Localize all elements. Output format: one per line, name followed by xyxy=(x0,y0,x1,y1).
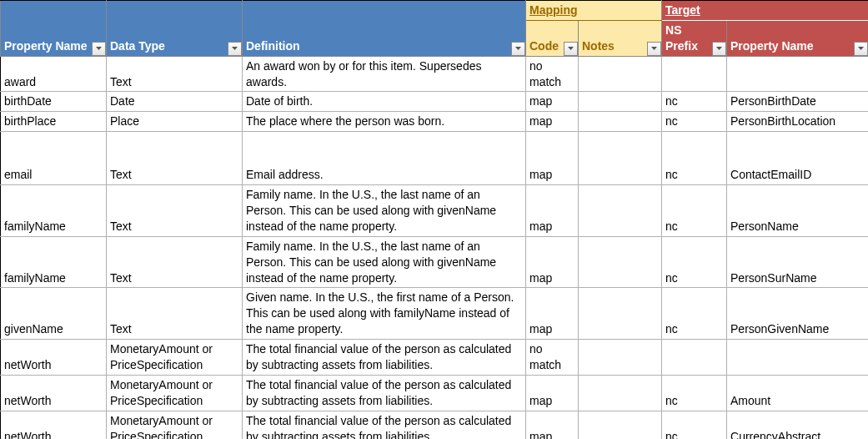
cell-code[interactable]: map xyxy=(526,132,579,185)
cell-notes[interactable] xyxy=(579,236,662,288)
cell-definition[interactable]: The total financial value of the person … xyxy=(243,411,526,439)
cell-notes[interactable] xyxy=(579,411,662,439)
super-header-mapping: Mapping xyxy=(526,1,662,21)
cell-definition[interactable]: Given name. In the U.S., the first name … xyxy=(243,288,526,340)
svg-marker-5 xyxy=(716,47,722,50)
cell-notes[interactable] xyxy=(579,288,662,340)
col-header-data-type[interactable]: Data Type xyxy=(107,20,243,56)
cell-property-name[interactable]: netWorth xyxy=(1,340,107,376)
cell-data-type[interactable]: MonetaryAmount or PriceSpecification xyxy=(107,411,243,439)
cell-code[interactable]: no match xyxy=(526,56,579,92)
cell-ns-prefix[interactable]: nc xyxy=(662,375,727,411)
col-header-ns-prefix[interactable]: NS Prefix xyxy=(662,20,727,56)
cell-data-type[interactable]: Place xyxy=(107,112,243,132)
cell-definition[interactable]: The total financial value of the person … xyxy=(243,340,526,376)
cell-data-type[interactable]: Date xyxy=(107,92,243,112)
filter-icon[interactable] xyxy=(854,42,868,56)
filter-icon[interactable] xyxy=(564,42,578,56)
cell-data-type[interactable]: Text xyxy=(107,236,243,288)
cell-code[interactable]: map xyxy=(526,375,579,411)
cell-target-property-name[interactable]: PersonSurName xyxy=(727,236,868,288)
cell-code[interactable]: no match xyxy=(526,340,579,376)
cell-definition[interactable]: Date of birth. xyxy=(243,92,526,112)
cell-data-type[interactable]: MonetaryAmount or PriceSpecification xyxy=(107,375,243,411)
cell-definition[interactable]: The total financial value of the person … xyxy=(243,375,526,411)
cell-ns-prefix[interactable]: nc xyxy=(662,132,727,185)
cell-data-type[interactable]: Text xyxy=(107,56,243,92)
filter-icon[interactable] xyxy=(228,42,242,56)
cell-target-property-name[interactable] xyxy=(727,56,868,92)
cell-ns-prefix[interactable]: nc xyxy=(662,185,727,237)
cell-ns-prefix[interactable]: nc xyxy=(662,411,727,439)
cell-notes[interactable] xyxy=(579,92,662,112)
super-header-target: Target xyxy=(662,1,868,21)
cell-definition[interactable]: The place where the person was born. xyxy=(243,112,526,132)
svg-marker-1 xyxy=(232,47,238,50)
cell-target-property-name[interactable]: PersonGivenName xyxy=(727,288,868,340)
cell-code[interactable]: map xyxy=(526,112,579,132)
cell-notes[interactable] xyxy=(579,375,662,411)
cell-code[interactable]: map xyxy=(526,185,579,237)
cell-code[interactable]: map xyxy=(526,236,579,288)
cell-target-property-name[interactable]: PersonBirthDate xyxy=(727,92,868,112)
table-row: familyNameTextFamily name. In the U.S., … xyxy=(1,236,869,288)
cell-data-type[interactable]: MonetaryAmount or PriceSpecification xyxy=(107,340,243,376)
cell-ns-prefix[interactable] xyxy=(662,56,727,92)
col-header-property-name[interactable]: Property Name xyxy=(1,20,107,56)
cell-code[interactable]: map xyxy=(526,411,579,439)
cell-data-type[interactable]: Text xyxy=(107,185,243,237)
cell-target-property-name[interactable] xyxy=(727,340,868,376)
cell-target-property-name[interactable]: CurrencyAbstract xyxy=(727,411,868,439)
col-header-label: NS Prefix xyxy=(665,23,698,53)
cell-property-name[interactable]: familyName xyxy=(1,236,107,288)
cell-data-type[interactable]: Text xyxy=(107,132,243,185)
table-row: birthPlacePlaceThe place where the perso… xyxy=(1,112,869,132)
cell-property-name[interactable]: birthDate xyxy=(1,92,107,112)
table-row: netWorthMonetaryAmount or PriceSpecifica… xyxy=(1,340,869,376)
cell-notes[interactable] xyxy=(579,112,662,132)
cell-property-name[interactable]: award xyxy=(1,56,107,92)
cell-property-name[interactable]: netWorth xyxy=(1,411,107,439)
cell-notes[interactable] xyxy=(579,56,662,92)
col-header-definition[interactable]: Definition xyxy=(243,20,526,56)
cell-ns-prefix[interactable]: nc xyxy=(662,92,727,112)
cell-target-property-name[interactable]: Amount xyxy=(727,375,868,411)
cell-ns-prefix[interactable] xyxy=(662,340,727,376)
col-header-target-property-name[interactable]: Property Name xyxy=(727,20,868,56)
filter-icon[interactable] xyxy=(712,42,726,56)
cell-property-name[interactable]: familyName xyxy=(1,185,107,237)
cell-property-name[interactable]: netWorth xyxy=(1,375,107,411)
cell-data-type[interactable]: Text xyxy=(107,288,243,340)
table-row: netWorthMonetaryAmount or PriceSpecifica… xyxy=(1,411,869,439)
filter-icon[interactable] xyxy=(92,42,106,56)
cell-ns-prefix[interactable]: nc xyxy=(662,236,727,288)
cell-target-property-name[interactable]: ContactEmailID xyxy=(727,132,868,185)
cell-target-property-name[interactable]: PersonName xyxy=(727,185,868,237)
cell-notes[interactable] xyxy=(579,132,662,185)
svg-marker-6 xyxy=(858,47,864,50)
table-row: awardTextAn award won by or for this ite… xyxy=(1,56,869,92)
cell-notes[interactable] xyxy=(579,340,662,376)
cell-property-name[interactable]: birthPlace xyxy=(1,112,107,132)
table-row: birthDateDateDate of birth.mapncPersonBi… xyxy=(1,92,869,112)
col-header-code[interactable]: Code xyxy=(526,20,579,56)
col-header-notes[interactable]: Notes xyxy=(579,20,662,56)
cell-notes[interactable] xyxy=(579,185,662,237)
cell-code[interactable]: map xyxy=(526,92,579,112)
column-header-row: Property Name Data Type Definition Code … xyxy=(1,20,869,56)
cell-definition[interactable]: Email address. xyxy=(243,132,526,185)
cell-definition[interactable]: Family name. In the U.S., the last name … xyxy=(243,185,526,237)
cell-definition[interactable]: Family name. In the U.S., the last name … xyxy=(243,236,526,288)
cell-ns-prefix[interactable]: nc xyxy=(662,288,727,340)
filter-icon[interactable] xyxy=(511,42,525,56)
cell-code[interactable]: map xyxy=(526,288,579,340)
filter-icon[interactable] xyxy=(647,42,661,56)
cell-target-property-name[interactable]: PersonBirthLocation xyxy=(727,112,868,132)
cell-property-name[interactable]: givenName xyxy=(1,288,107,340)
col-header-label: Data Type xyxy=(110,39,165,53)
cell-definition[interactable]: An award won by or for this item. Supers… xyxy=(243,56,526,92)
cell-property-name[interactable]: email xyxy=(1,132,107,185)
svg-marker-2 xyxy=(515,47,521,50)
super-header-target-label: Target xyxy=(665,3,700,17)
cell-ns-prefix[interactable]: nc xyxy=(662,112,727,132)
